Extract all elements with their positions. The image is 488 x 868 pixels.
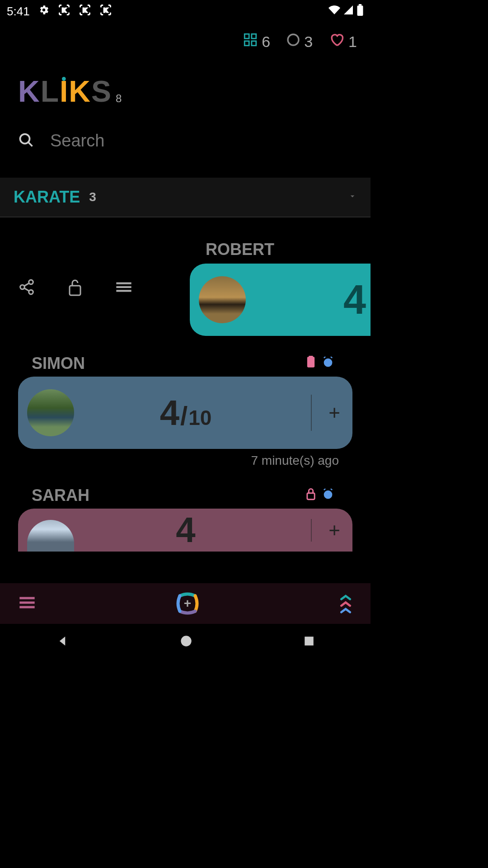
svg-text:K: K [83, 6, 87, 13]
robert-score: 4 [343, 277, 366, 323]
divider [311, 395, 312, 431]
back-button[interactable] [56, 634, 69, 650]
category-name: KARATE [14, 188, 80, 207]
bottom-app-bar: + [0, 583, 371, 624]
svg-point-25 [324, 490, 333, 499]
circle-count: 3 [304, 33, 313, 51]
card-name-simon: SIMON [32, 354, 85, 373]
k-bracket-icon-1: K [58, 4, 70, 19]
alarm-icon [322, 356, 334, 372]
svg-line-16 [24, 288, 29, 291]
svg-rect-6 [252, 34, 256, 38]
scroll-top-icon[interactable] [339, 593, 352, 614]
unlock-icon[interactable] [67, 277, 83, 299]
category-count: 3 [89, 190, 96, 204]
search-input[interactable] [50, 131, 352, 151]
avatar-robert [199, 276, 246, 323]
svg-rect-22 [309, 356, 313, 358]
circle-counter[interactable]: 3 [286, 33, 313, 51]
svg-rect-5 [244, 34, 249, 38]
card-name-sarah: SARAH [32, 486, 89, 505]
svg-rect-31 [305, 637, 314, 646]
score-separator: / [180, 401, 188, 431]
clock: 5:41 [7, 5, 30, 19]
avatar-simon [27, 389, 74, 436]
svg-rect-3 [357, 5, 363, 16]
signal-icon [343, 5, 354, 19]
k-bracket-icon-2: K [79, 4, 91, 19]
svg-point-30 [181, 636, 191, 646]
card-name-robert: ROBERT [190, 240, 371, 264]
logo-count: 8 [116, 92, 122, 105]
search-icon[interactable] [18, 132, 34, 150]
svg-point-23 [324, 358, 333, 367]
svg-rect-17 [70, 286, 80, 295]
recents-button[interactable] [303, 635, 315, 649]
status-bar: 5:41 K K K [0, 0, 371, 23]
svg-text:K: K [62, 6, 66, 13]
card-simon[interactable]: SIMON 4 / 10 + 7 minute(s) ago [18, 354, 352, 468]
simon-score: 4 [160, 392, 179, 434]
svg-rect-4 [359, 4, 362, 5]
simon-total: 10 [188, 406, 211, 430]
gear-icon [38, 4, 50, 19]
plus-button-sarah[interactable]: + [325, 519, 343, 542]
clipboard-icon [305, 356, 316, 372]
svg-point-13 [20, 285, 25, 289]
alarm-icon-sarah [322, 488, 334, 504]
svg-point-9 [288, 34, 299, 45]
svg-text:+: + [184, 596, 191, 610]
lock-icon [305, 488, 316, 504]
drag-handle-icon[interactable] [115, 280, 133, 296]
menu-icon[interactable] [18, 596, 36, 611]
svg-point-14 [29, 290, 33, 294]
grid-count: 6 [262, 33, 270, 51]
svg-rect-8 [252, 41, 256, 46]
svg-line-15 [24, 283, 29, 286]
heart-icon [328, 32, 345, 52]
svg-rect-7 [244, 41, 249, 46]
svg-line-11 [28, 142, 33, 146]
heart-counter[interactable]: 1 [328, 32, 357, 52]
heart-count: 1 [348, 33, 357, 51]
k-bracket-icon-3: K [99, 4, 112, 19]
sarah-score: 4 [176, 519, 195, 541]
battery-icon [357, 4, 364, 19]
grid-icon [243, 32, 258, 51]
app-logo: KL●IKS 8 [0, 61, 371, 113]
card-robert[interactable]: 4 [190, 264, 371, 336]
svg-point-12 [29, 280, 33, 284]
add-fab[interactable]: + [175, 591, 200, 616]
home-button[interactable] [180, 635, 192, 649]
circle-icon [286, 33, 300, 51]
svg-point-10 [20, 134, 30, 143]
chevron-down-icon [348, 192, 357, 203]
svg-text:K: K [103, 6, 108, 13]
category-header[interactable]: KARATE 3 [0, 178, 371, 217]
android-nav-bar [0, 624, 371, 660]
plus-button-simon[interactable]: + [325, 401, 343, 424]
avatar-sarah [27, 520, 74, 552]
svg-rect-21 [307, 357, 314, 367]
grid-counter[interactable]: 6 [243, 32, 270, 51]
card-sarah[interactable]: SARAH 4 + [18, 486, 352, 552]
share-icon[interactable] [18, 278, 35, 297]
simon-time: 7 minute(s) ago [18, 449, 352, 468]
divider-sarah [311, 519, 312, 542]
svg-rect-24 [307, 493, 314, 499]
wifi-icon [328, 4, 340, 19]
